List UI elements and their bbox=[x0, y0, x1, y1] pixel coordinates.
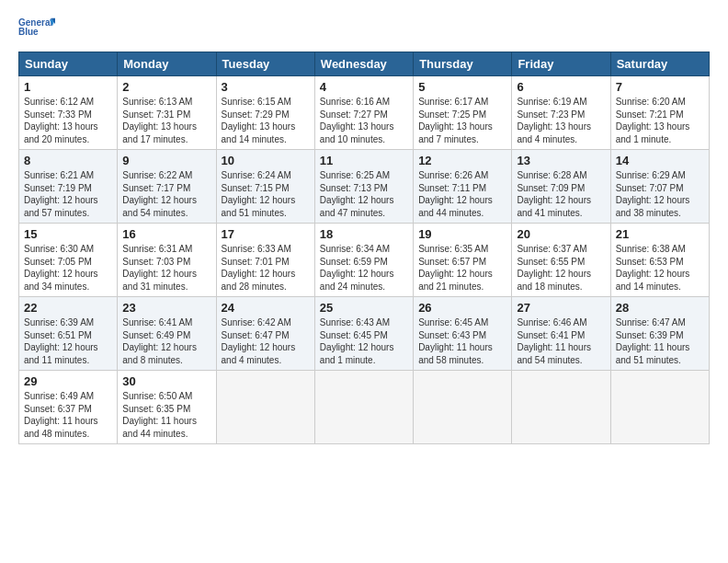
calendar-table: SundayMondayTuesdayWednesdayThursdayFrid… bbox=[18, 52, 710, 444]
cell-info: Sunrise: 6:19 AM Sunset: 7:23 PM Dayligh… bbox=[517, 96, 605, 145]
day-number: 24 bbox=[222, 301, 310, 315]
day-number: 1 bbox=[24, 80, 112, 94]
calendar-week-row: 22Sunrise: 6:39 AM Sunset: 6:51 PM Dayli… bbox=[19, 297, 710, 371]
calendar-cell: 22Sunrise: 6:39 AM Sunset: 6:51 PM Dayli… bbox=[19, 297, 118, 371]
day-number: 8 bbox=[24, 154, 112, 167]
calendar-cell: 17Sunrise: 6:33 AM Sunset: 7:01 PM Dayli… bbox=[216, 224, 314, 297]
calendar-cell: 9Sunrise: 6:22 AM Sunset: 7:17 PM Daylig… bbox=[118, 150, 216, 224]
cell-info: Sunrise: 6:49 AM Sunset: 6:37 PM Dayligh… bbox=[24, 390, 112, 440]
cell-info: Sunrise: 6:12 AM Sunset: 7:33 PM Dayligh… bbox=[24, 96, 112, 145]
day-number: 10 bbox=[222, 154, 310, 167]
calendar-header-row: SundayMondayTuesdayWednesdayThursdayFrid… bbox=[19, 52, 710, 76]
day-number: 21 bbox=[616, 227, 704, 241]
calendar-cell: 21Sunrise: 6:38 AM Sunset: 6:53 PM Dayli… bbox=[610, 224, 709, 297]
calendar-cell: 27Sunrise: 6:46 AM Sunset: 6:41 PM Dayli… bbox=[512, 297, 610, 371]
cell-info: Sunrise: 6:28 AM Sunset: 7:09 PM Dayligh… bbox=[517, 169, 605, 219]
day-number: 14 bbox=[616, 154, 704, 167]
calendar-cell: 14Sunrise: 6:29 AM Sunset: 7:07 PM Dayli… bbox=[610, 150, 709, 224]
col-header-thursday: Thursday bbox=[414, 52, 512, 76]
calendar-cell: 8Sunrise: 6:21 AM Sunset: 7:19 PM Daylig… bbox=[19, 150, 118, 224]
calendar-cell: 20Sunrise: 6:37 AM Sunset: 6:55 PM Dayli… bbox=[512, 224, 610, 297]
calendar-cell bbox=[216, 371, 314, 444]
cell-info: Sunrise: 6:17 AM Sunset: 7:25 PM Dayligh… bbox=[418, 96, 506, 145]
col-header-monday: Monday bbox=[118, 52, 216, 76]
calendar-cell: 13Sunrise: 6:28 AM Sunset: 7:09 PM Dayli… bbox=[512, 150, 610, 224]
cell-info: Sunrise: 6:21 AM Sunset: 7:19 PM Dayligh… bbox=[24, 169, 112, 219]
cell-info: Sunrise: 6:50 AM Sunset: 6:35 PM Dayligh… bbox=[122, 390, 210, 440]
cell-info: Sunrise: 6:33 AM Sunset: 7:01 PM Dayligh… bbox=[222, 243, 310, 293]
day-number: 20 bbox=[517, 227, 605, 241]
cell-info: Sunrise: 6:35 AM Sunset: 6:57 PM Dayligh… bbox=[418, 243, 506, 293]
cell-info: Sunrise: 6:41 AM Sunset: 6:49 PM Dayligh… bbox=[122, 316, 210, 366]
day-number: 7 bbox=[616, 80, 704, 94]
logo-icon: General Blue bbox=[18, 15, 55, 42]
logo: General Blue bbox=[18, 15, 55, 42]
day-number: 28 bbox=[616, 301, 704, 315]
cell-info: Sunrise: 6:22 AM Sunset: 7:17 PM Dayligh… bbox=[122, 169, 210, 219]
col-header-sunday: Sunday bbox=[19, 52, 118, 76]
calendar-cell bbox=[610, 371, 709, 444]
day-number: 5 bbox=[418, 80, 506, 94]
calendar-cell: 5Sunrise: 6:17 AM Sunset: 7:25 PM Daylig… bbox=[414, 76, 512, 150]
calendar-cell: 11Sunrise: 6:25 AM Sunset: 7:13 PM Dayli… bbox=[314, 150, 413, 224]
calendar-cell: 1Sunrise: 6:12 AM Sunset: 7:33 PM Daylig… bbox=[19, 76, 118, 150]
calendar-cell: 4Sunrise: 6:16 AM Sunset: 7:27 PM Daylig… bbox=[314, 76, 413, 150]
cell-info: Sunrise: 6:47 AM Sunset: 6:39 PM Dayligh… bbox=[616, 316, 704, 366]
day-number: 18 bbox=[320, 227, 408, 241]
calendar-cell: 2Sunrise: 6:13 AM Sunset: 7:31 PM Daylig… bbox=[118, 76, 216, 150]
cell-info: Sunrise: 6:26 AM Sunset: 7:11 PM Dayligh… bbox=[418, 169, 506, 219]
calendar-cell: 3Sunrise: 6:15 AM Sunset: 7:29 PM Daylig… bbox=[216, 76, 314, 150]
calendar-cell bbox=[512, 371, 610, 444]
header: General Blue bbox=[18, 15, 710, 42]
cell-info: Sunrise: 6:43 AM Sunset: 6:45 PM Dayligh… bbox=[320, 316, 408, 366]
cell-info: Sunrise: 6:20 AM Sunset: 7:21 PM Dayligh… bbox=[616, 96, 704, 145]
cell-info: Sunrise: 6:13 AM Sunset: 7:31 PM Dayligh… bbox=[122, 96, 210, 145]
calendar-cell: 19Sunrise: 6:35 AM Sunset: 6:57 PM Dayli… bbox=[414, 224, 512, 297]
cell-info: Sunrise: 6:39 AM Sunset: 6:51 PM Dayligh… bbox=[24, 316, 112, 366]
day-number: 23 bbox=[122, 301, 210, 315]
col-header-saturday: Saturday bbox=[610, 52, 709, 76]
calendar-cell bbox=[414, 371, 512, 444]
day-number: 9 bbox=[122, 154, 210, 167]
calendar-week-row: 8Sunrise: 6:21 AM Sunset: 7:19 PM Daylig… bbox=[19, 150, 710, 224]
calendar-week-row: 15Sunrise: 6:30 AM Sunset: 7:05 PM Dayli… bbox=[19, 224, 710, 297]
calendar-cell bbox=[314, 371, 413, 444]
calendar-cell: 29Sunrise: 6:49 AM Sunset: 6:37 PM Dayli… bbox=[19, 371, 118, 444]
day-number: 22 bbox=[24, 301, 112, 315]
day-number: 11 bbox=[320, 154, 408, 167]
cell-info: Sunrise: 6:45 AM Sunset: 6:43 PM Dayligh… bbox=[418, 316, 506, 366]
day-number: 6 bbox=[517, 80, 605, 94]
cell-info: Sunrise: 6:25 AM Sunset: 7:13 PM Dayligh… bbox=[320, 169, 408, 219]
col-header-friday: Friday bbox=[512, 52, 610, 76]
day-number: 17 bbox=[222, 227, 310, 241]
calendar-cell: 25Sunrise: 6:43 AM Sunset: 6:45 PM Dayli… bbox=[314, 297, 413, 371]
day-number: 30 bbox=[122, 374, 210, 388]
calendar-week-row: 1Sunrise: 6:12 AM Sunset: 7:33 PM Daylig… bbox=[19, 76, 710, 150]
day-number: 13 bbox=[517, 154, 605, 167]
day-number: 25 bbox=[320, 301, 408, 315]
cell-info: Sunrise: 6:42 AM Sunset: 6:47 PM Dayligh… bbox=[222, 316, 310, 366]
col-header-tuesday: Tuesday bbox=[216, 52, 314, 76]
day-number: 2 bbox=[122, 80, 210, 94]
calendar-cell: 28Sunrise: 6:47 AM Sunset: 6:39 PM Dayli… bbox=[610, 297, 709, 371]
calendar-cell: 18Sunrise: 6:34 AM Sunset: 6:59 PM Dayli… bbox=[314, 224, 413, 297]
calendar-cell: 7Sunrise: 6:20 AM Sunset: 7:21 PM Daylig… bbox=[610, 76, 709, 150]
calendar-cell: 15Sunrise: 6:30 AM Sunset: 7:05 PM Dayli… bbox=[19, 224, 118, 297]
calendar-cell: 10Sunrise: 6:24 AM Sunset: 7:15 PM Dayli… bbox=[216, 150, 314, 224]
calendar-cell: 6Sunrise: 6:19 AM Sunset: 7:23 PM Daylig… bbox=[512, 76, 610, 150]
cell-info: Sunrise: 6:15 AM Sunset: 7:29 PM Dayligh… bbox=[222, 96, 310, 145]
calendar-cell: 12Sunrise: 6:26 AM Sunset: 7:11 PM Dayli… bbox=[414, 150, 512, 224]
day-number: 19 bbox=[418, 227, 506, 241]
col-header-wednesday: Wednesday bbox=[314, 52, 413, 76]
calendar-cell: 24Sunrise: 6:42 AM Sunset: 6:47 PM Dayli… bbox=[216, 297, 314, 371]
cell-info: Sunrise: 6:46 AM Sunset: 6:41 PM Dayligh… bbox=[517, 316, 605, 366]
svg-text:Blue: Blue bbox=[18, 27, 39, 37]
cell-info: Sunrise: 6:30 AM Sunset: 7:05 PM Dayligh… bbox=[24, 243, 112, 293]
cell-info: Sunrise: 6:31 AM Sunset: 7:03 PM Dayligh… bbox=[122, 243, 210, 293]
day-number: 26 bbox=[418, 301, 506, 315]
day-number: 29 bbox=[24, 374, 112, 388]
day-number: 12 bbox=[418, 154, 506, 167]
day-number: 15 bbox=[24, 227, 112, 241]
cell-info: Sunrise: 6:38 AM Sunset: 6:53 PM Dayligh… bbox=[616, 243, 704, 293]
svg-text:General: General bbox=[18, 17, 52, 28]
